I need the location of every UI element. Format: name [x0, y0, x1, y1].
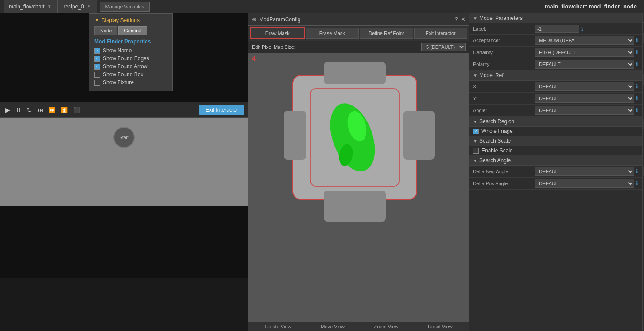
svg-rect-2 — [403, 111, 435, 160]
tab-main-flowchart[interactable]: main_flowchart ▼ — [4, 0, 58, 13]
whole-image-label: Whole Image — [481, 128, 513, 134]
show-found-arrow-row: ✓ Show Found Arrow — [94, 63, 167, 70]
node-title: main_flowchart.mod_finder_node — [545, 3, 640, 10]
angle-select[interactable]: DEFAULT — [535, 106, 634, 115]
search-angle-title: Search Angle — [479, 157, 511, 164]
model-params-triangle: ▼ — [473, 16, 477, 21]
show-found-edges-label: Show Found Edges — [103, 55, 149, 62]
reset-view-button[interactable]: Reset View — [428, 324, 452, 329]
certainty-info-icon[interactable]: ℹ — [636, 49, 638, 55]
angle-label: Angle: — [473, 108, 535, 113]
move-view-button[interactable]: Move View — [321, 324, 345, 329]
enable-scale-label: Enable Scale — [481, 148, 513, 154]
polarity-label: Polarity: — [473, 62, 535, 67]
start-node[interactable]: Start — [113, 127, 135, 148]
acceptance-label: Acceptance: — [473, 38, 535, 43]
acceptance-select[interactable]: MEDIUM (DEFA — [535, 36, 634, 45]
window-title-label: ModParamConfig — [259, 16, 452, 23]
ds-tab-general[interactable]: General — [118, 26, 147, 35]
mod-finder-properties-title: Mod Finder Properties — [94, 39, 167, 45]
zoom-view-button[interactable]: Zoom View — [374, 324, 399, 329]
playback-bar: ▶ ⏸ ↻ ⏭ ⏩ ⏫ ⬛ Exit Interactor — [0, 102, 248, 118]
play-button[interactable]: ▶ — [4, 105, 12, 114]
tab-recipe-arrow-icon: ▼ — [87, 4, 91, 9]
acceptance-info-icon[interactable]: ℹ — [636, 37, 638, 43]
tab-arrow-icon: ▼ — [47, 4, 52, 9]
tab-recipe[interactable]: recipe_0 ▼ — [58, 0, 97, 13]
y-info-icon[interactable]: ℹ — [636, 95, 638, 101]
show-found-edges-row: ✓ Show Found Edges — [94, 55, 167, 62]
draw-mask-button[interactable]: Draw Mask — [250, 27, 305, 39]
label-input[interactable] — [535, 25, 579, 33]
enable-scale-checkbox[interactable] — [473, 148, 479, 154]
search-region-triangle: ▼ — [473, 119, 477, 124]
y-select[interactable]: DEFAULT — [535, 94, 634, 103]
canvas-number-4: 4 — [252, 55, 256, 62]
skip-forward-button[interactable]: ⏭ — [35, 106, 45, 114]
fast-forward-button[interactable]: ⏩ — [47, 106, 57, 114]
triangle-icon: ▼ — [94, 17, 100, 23]
delta-neg-label: Delta Neg Angle: — [473, 169, 535, 174]
delta-pos-select[interactable]: DEFAULT — [535, 179, 634, 188]
whole-image-checkbox[interactable]: ✓ — [473, 129, 479, 134]
x-select[interactable]: DEFAULT — [535, 82, 634, 91]
search-scale-triangle: ▼ — [473, 139, 477, 144]
define-ref-point-button[interactable]: Define Ref Point — [360, 28, 413, 39]
search-scale-title: Search Scale — [479, 138, 511, 144]
tab-recipe-label: recipe_0 — [64, 4, 84, 10]
delta-neg-row: Delta Neg Angle: DEFAULT ℹ — [469, 166, 642, 178]
search-region-title: Search Region — [479, 118, 514, 125]
delta-neg-info-icon[interactable]: ℹ — [636, 168, 638, 175]
model-ref-section-header[interactable]: ▼ Model Ref — [469, 70, 642, 81]
show-name-row: ✓ Show Name — [94, 47, 167, 54]
search-region-header[interactable]: ▼ Search Region — [469, 117, 642, 127]
step-button[interactable]: ⏫ — [59, 106, 70, 114]
x-info-icon[interactable]: ℹ — [636, 83, 638, 90]
show-found-arrow-checkbox[interactable]: ✓ — [94, 64, 100, 70]
pixel-map-select[interactable]: 5 (DEFAULT) — [421, 43, 466, 51]
show-found-edges-checkbox[interactable]: ✓ — [94, 56, 100, 62]
delta-neg-select[interactable]: DEFAULT — [535, 167, 634, 176]
svg-rect-1 — [284, 111, 306, 160]
angle-row: Angle: DEFAULT ℹ — [469, 105, 642, 117]
show-name-checkbox[interactable]: ✓ — [94, 48, 100, 54]
x-row: X: DEFAULT ℹ — [469, 81, 642, 93]
search-angle-header[interactable]: ▼ Search Angle — [469, 156, 642, 166]
show-fixture-row: Show Fixture — [94, 79, 167, 86]
y-label: Y: — [473, 96, 535, 101]
model-params-section-header[interactable]: ▼ Model Parameters — [469, 13, 642, 23]
polarity-row: Polarity: DEFAULT ℹ — [469, 58, 642, 70]
window-close-button[interactable]: ✕ — [461, 16, 466, 23]
exit-interactor-mid-button[interactable]: Exit Interactor — [414, 28, 468, 39]
manage-variables-button[interactable]: Manage Variables — [100, 2, 150, 12]
param-toolbar: Draw Mask Erase Mask Define Ref Point Ex… — [248, 26, 469, 41]
polarity-info-icon[interactable]: ℹ — [636, 61, 638, 67]
label-row: Label: ℹ — [469, 23, 642, 35]
rotate-view-button[interactable]: Rotate View — [265, 324, 291, 329]
label-info-icon[interactable]: ℹ — [581, 26, 583, 32]
search-scale-header[interactable]: ▼ Search Scale — [469, 136, 642, 146]
angle-info-icon[interactable]: ℹ — [636, 107, 638, 113]
show-found-box-label: Show Found Box — [103, 71, 143, 78]
erase-mask-button[interactable]: Erase Mask — [306, 28, 359, 39]
show-fixture-checkbox[interactable] — [94, 80, 100, 86]
pixel-map-label: Edit Pixel Map Size: — [252, 44, 295, 50]
exit-interactor-top-button[interactable]: Exit Interactor — [199, 105, 244, 115]
polarity-select[interactable]: DEFAULT — [535, 60, 634, 69]
show-name-label: Show Name — [103, 47, 132, 54]
pause-button[interactable]: ⏸ — [14, 105, 23, 114]
display-settings-popup: ▼ Display Settings Node General Mod Find… — [89, 13, 173, 91]
ds-tab-node[interactable]: Node — [94, 26, 117, 35]
delta-pos-info-icon[interactable]: ℹ — [636, 180, 638, 187]
window-help-button[interactable]: ? — [455, 16, 458, 23]
certainty-select[interactable]: HIGH (DEFAULT — [535, 48, 634, 57]
tab-main-flowchart-label: main_flowchart — [9, 4, 45, 10]
refresh-button[interactable]: ↻ — [25, 106, 34, 114]
canvas-view: 4 — [248, 53, 469, 322]
certainty-label: Certainty: — [473, 50, 535, 55]
show-found-arrow-label: Show Found Arrow — [103, 63, 147, 70]
show-found-box-checkbox[interactable] — [94, 72, 100, 78]
whole-image-row: ✓ Whole Image — [469, 127, 642, 136]
record-button[interactable]: ⬛ — [71, 106, 82, 114]
label-param-label: Label: — [473, 26, 535, 31]
